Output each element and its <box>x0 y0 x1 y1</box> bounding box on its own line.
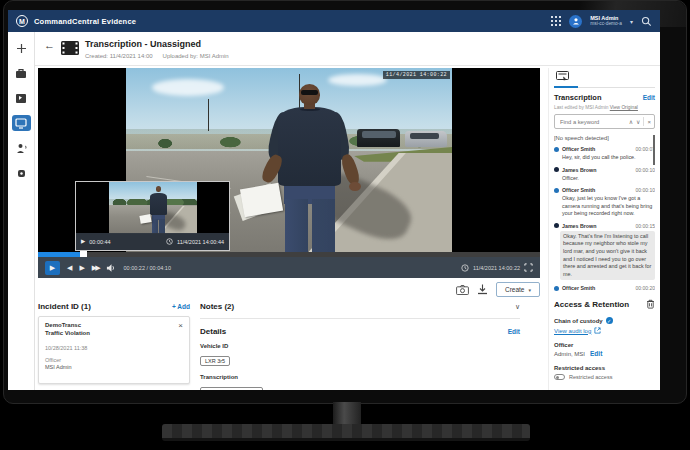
player-controls: ▶ ◀ ▶ ▶▶ 00:00:22 / 00:04:10 11/4/2021 1… <box>38 257 540 278</box>
incident-officer-value: MSI Admin <box>45 364 183 370</box>
view-audit-log-link[interactable]: View audit log <box>554 328 591 334</box>
transcript-tab-icon[interactable] <box>556 71 569 82</box>
transcription-heading: Transcription <box>554 93 602 102</box>
right-panel: Transcription Edit Last edited by MSI Ad… <box>548 68 660 390</box>
step-back-button[interactable]: ◀ <box>67 264 72 271</box>
evidence-display-icon[interactable] <box>12 115 31 131</box>
transcript-entry[interactable]: Officer Smith 00:00:20 <box>554 285 655 291</box>
top-nav-bar: M CommandCentral Evidence MSI Admin msi-… <box>8 10 660 32</box>
transcript-entry[interactable]: Officer Smith 00:00:10 Okay, just let yo… <box>554 187 655 218</box>
entry-text: Officer. <box>562 175 655 183</box>
video-player[interactable]: 11/4/2021 14:00:22 <box>38 68 540 278</box>
transcript-entry[interactable]: James Brown 00:00:10 Officer. <box>554 167 655 183</box>
create-button[interactable]: Create ▾ <box>496 282 540 297</box>
pip-thumbnail[interactable]: ▶ 00:00:44 11/4/2021 14:00:44 <box>75 181 230 251</box>
burned-in-timestamp: 11/4/2021 14:00:22 <box>383 71 450 79</box>
transcript-entry[interactable]: Officer Smith 00:00:07 Hey, sir, did you… <box>554 146 655 162</box>
entry-timestamp: 00:00:10 <box>636 187 655 193</box>
elapsed-time: 00:00:22 / 00:04:10 <box>124 265 171 271</box>
officer-value: Admin, MSI <box>554 351 585 357</box>
left-sidebar <box>8 32 35 390</box>
play-button[interactable]: ▶ <box>45 261 60 275</box>
user-menu-caret-icon[interactable]: ▾ <box>630 18 633 25</box>
snapshot-camera-icon[interactable] <box>456 285 469 295</box>
keyword-search[interactable]: ∧ ∨ × <box>554 114 655 129</box>
step-forward-button[interactable]: ▶ <box>79 264 84 271</box>
back-button[interactable]: ← <box>44 40 55 51</box>
scene-leg <box>159 219 165 234</box>
restricted-access-label: Restricted access <box>554 365 655 371</box>
search-next-icon[interactable]: ∨ <box>636 119 640 125</box>
restricted-access-value: Restricted access <box>569 374 612 380</box>
notes-details-panel: Notes (2) ∨ Details Edit Vehicle ID LXR … <box>200 302 520 390</box>
fast-forward-button[interactable]: ▶▶ <box>92 264 99 271</box>
user-menu[interactable]: MSI Admin msi-cc-demo-a <box>590 15 622 26</box>
speaker-name: Officer Smith <box>562 187 595 193</box>
details-heading: Details <box>200 327 226 336</box>
keyword-search-input[interactable] <box>558 118 626 126</box>
monitor-stand-base <box>162 424 530 441</box>
page-subtitle: Created: 11/4/2021 14:00 Uploaded by: MS… <box>85 53 229 59</box>
transcript-scrollbar[interactable] <box>653 135 655 165</box>
search-clear-icon[interactable]: × <box>647 119 651 125</box>
create-caret-icon: ▾ <box>528 287 531 293</box>
incident-card[interactable]: DemoTransc Traffic Violation × 10/28/202… <box>38 316 190 384</box>
transcription-meta: Last edited by MSI Admin View Original <box>554 105 655 110</box>
header-divider <box>35 65 660 66</box>
contacts-person-icon[interactable] <box>12 140 31 156</box>
transcript-list[interactable]: [No speech detected] Officer Smith 00:00… <box>554 133 655 293</box>
restricted-access-toggle[interactable] <box>554 374 565 380</box>
details-edit-link[interactable]: Edit <box>508 328 520 335</box>
uploaded-label: Uploaded by: MSI Admin <box>163 53 229 59</box>
right-panel-tabs <box>554 68 655 88</box>
pip-clock-icon <box>166 238 173 245</box>
tag-icon[interactable] <box>12 165 31 181</box>
search-prev-icon[interactable]: ∧ <box>629 119 633 125</box>
transcript-entry[interactable]: James Brown 00:00:15 Okay. That's fine I… <box>554 223 655 280</box>
remove-incident-icon[interactable]: × <box>178 322 183 330</box>
wall-clock-time: 11/4/2021 14:00:22 <box>473 265 520 271</box>
entry-timestamp: 00:00:20 <box>636 285 655 291</box>
pip-video-frame <box>109 182 197 234</box>
access-retention-panel: Access & Retention Chain of custody ✓ Vi… <box>554 299 655 380</box>
volume-icon[interactable] <box>106 263 117 273</box>
user-org: msi-cc-demo-a <box>590 21 622 26</box>
scene-suv <box>357 129 399 147</box>
incident-add-button[interactable]: + Add <box>172 303 190 310</box>
transcription-label: Transcription <box>200 374 520 380</box>
speaker-name: Officer Smith <box>562 146 595 152</box>
entry-timestamp: 00:00:15 <box>636 223 655 229</box>
notes-section[interactable]: Notes (2) ∨ <box>200 302 520 319</box>
scene-light-pole <box>208 99 209 130</box>
pip-scene <box>109 182 197 234</box>
add-icon[interactable] <box>12 40 31 56</box>
page-title: Transcription - Unassigned <box>85 39 201 49</box>
search-icon[interactable] <box>641 16 652 27</box>
speaker-avatar <box>554 167 559 172</box>
pip-play-icon[interactable]: ▶ <box>81 239 85 245</box>
app-grid-icon[interactable] <box>551 16 561 26</box>
pip-time: 00:00:44 <box>89 239 110 245</box>
shared-content-icon[interactable] <box>12 90 31 106</box>
entry-text: Hey, sir, did you call the police. <box>562 154 655 162</box>
transcription-edit-link[interactable]: Edit <box>643 94 655 101</box>
officer-edit-link[interactable]: Edit <box>590 350 602 357</box>
user-avatar[interactable] <box>569 15 582 28</box>
download-icon[interactable] <box>477 284 488 295</box>
active-tab-underline <box>554 86 578 88</box>
scene-leg <box>285 199 308 252</box>
created-label: Created: 11/4/2021 14:00 <box>85 53 153 59</box>
delete-trash-icon[interactable] <box>646 299 655 309</box>
entry-text: Okay. That's fine I'm listening to call … <box>560 231 655 280</box>
speaker-name: Officer Smith <box>562 285 595 291</box>
fullscreen-icon[interactable] <box>524 263 533 272</box>
notes-collapse-icon[interactable]: ∨ <box>515 303 520 311</box>
motorola-logo-icon: M <box>16 15 28 27</box>
cases-briefcase-icon[interactable] <box>12 65 31 81</box>
external-link-icon <box>594 327 601 334</box>
speaker-avatar <box>554 286 559 291</box>
video-file-icon <box>61 41 79 59</box>
scene-leg <box>152 219 158 234</box>
view-original-link[interactable]: View Original <box>610 105 638 110</box>
notes-heading: Notes (2) <box>200 302 234 311</box>
